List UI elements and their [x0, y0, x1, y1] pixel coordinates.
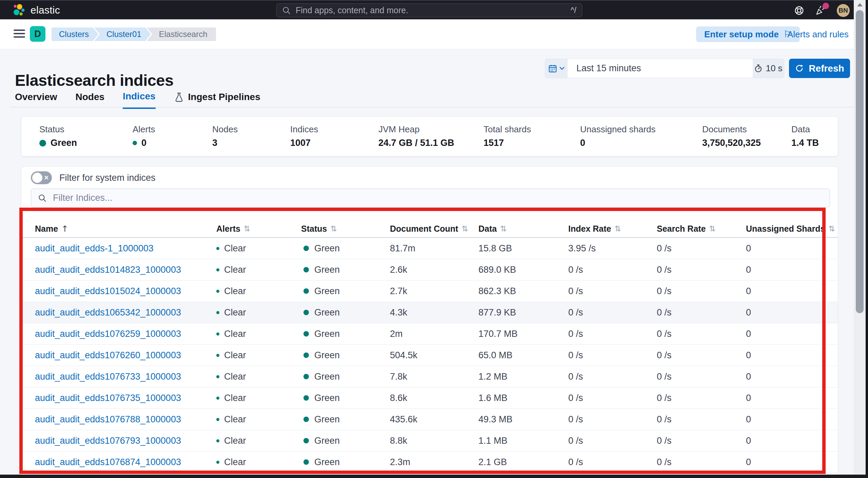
help-icon[interactable] — [794, 5, 804, 16]
column-header-unassigned-shards[interactable]: Unassigned Shards⇅ — [746, 224, 838, 234]
unassigned-shards-cell: 0 — [746, 329, 838, 339]
summary-value-text: 1.4 TB — [791, 138, 819, 148]
unassigned-shards-cell: 0 — [746, 457, 838, 467]
data-size-cell: 1.6 MB — [478, 393, 568, 403]
news-feed-icon[interactable] — [815, 5, 826, 16]
summary-value: 1.4 TB — [791, 138, 819, 148]
health-status-dot-icon — [303, 395, 309, 401]
data-size-cell: 862.3 KB — [478, 286, 568, 297]
index-rate-cell: 0 /s — [568, 457, 657, 467]
table-row: audit_audit_edds1076259_1000003ClearGree… — [21, 323, 838, 345]
data-size-cell: 170.7 MB — [478, 329, 568, 339]
search-rate-cell-value: 0 /s — [657, 329, 672, 339]
global-search[interactable]: ^/ — [276, 3, 582, 17]
health-status-dot-icon — [303, 267, 309, 272]
system-indices-toggle[interactable]: × — [31, 171, 52, 184]
tab-ingest-pipelines[interactable]: Ingest Pipelines — [174, 91, 260, 109]
index-name-link[interactable]: audit_audit_edds1076259_1000003 — [35, 329, 181, 339]
index-name-link[interactable]: audit_audit_edds1014823_1000003 — [35, 265, 181, 275]
summary-value-text: Green — [51, 138, 77, 148]
enter-setup-mode-button[interactable]: Enter setup mode ⚐ — [696, 26, 800, 42]
search-icon — [38, 194, 47, 203]
table-row: audit_audit_edds1076788_1000003ClearGree… — [21, 409, 838, 430]
time-range-value[interactable]: Last 15 minutes — [568, 59, 753, 78]
alert-status-dot-icon — [216, 268, 219, 271]
alerts-cell: Clear — [216, 307, 301, 318]
column-header-alerts[interactable]: Alerts⇅ — [216, 224, 301, 234]
alerts-cell: Clear — [216, 393, 301, 403]
index-name-link[interactable]: audit_audit_edds1076735_1000003 — [35, 393, 181, 403]
scrollbar-up-arrow-icon[interactable] — [857, 3, 863, 6]
global-search-input[interactable] — [295, 5, 567, 16]
index-rate-cell: 0 /s — [568, 414, 657, 425]
sort-icon: ⇅ — [709, 224, 716, 233]
menu-icon[interactable] — [14, 30, 25, 38]
index-name-link[interactable]: audit_audit_edds-1_1000003 — [35, 243, 154, 253]
notification-badge — [823, 3, 829, 9]
data-size-cell-value: 49.3 MB — [478, 414, 513, 424]
filter-indices-search[interactable] — [31, 189, 830, 207]
column-header-document-count[interactable]: Document Count⇅ — [390, 224, 478, 234]
alert-status-dot-icon — [216, 418, 219, 421]
scrollbar-track[interactable] — [854, 0, 866, 478]
unassigned-shards-cell: 0 — [746, 307, 838, 318]
refresh-interval[interactable]: 10 s — [753, 59, 784, 78]
index-name-link[interactable]: audit_audit_edds1015024_1000003 — [35, 286, 181, 296]
alert-status-dot-icon — [216, 311, 219, 314]
health-status-text: Green — [314, 436, 340, 446]
unassigned-shards-cell: 0 — [746, 371, 838, 382]
index-name-cell: audit_audit_edds1014823_1000003 — [35, 265, 216, 275]
index-name-cell: audit_audit_edds1076259_1000003 — [35, 329, 216, 339]
unassigned-shards-cell-value: 0 — [746, 414, 751, 424]
index-rate-cell: 3.95 /s — [568, 243, 657, 254]
index-name-link[interactable]: audit_audit_edds1065342_1000003 — [35, 307, 181, 318]
summary-value: 3,750,520,325 — [702, 138, 761, 148]
tab-nodes[interactable]: Nodes — [76, 91, 105, 109]
elastic-logo-icon — [12, 3, 26, 17]
breadcrumb-clusters[interactable]: Clusters — [52, 27, 98, 41]
column-header-search-rate[interactable]: Search Rate⇅ — [657, 224, 746, 234]
index-name-link[interactable]: audit_audit_edds1076260_1000003 — [35, 350, 181, 360]
data-size-cell-value: 877.9 KB — [478, 307, 516, 318]
elastic-logo[interactable]: elastic — [12, 3, 60, 17]
tab-overview[interactable]: Overview — [15, 91, 57, 109]
scrollbar-thumb[interactable] — [856, 10, 864, 313]
user-avatar[interactable]: BN — [837, 4, 850, 17]
breadcrumb-cluster01[interactable]: Cluster01 — [94, 27, 151, 41]
alert-status-text: Clear — [224, 307, 246, 318]
index-name-link[interactable]: audit_audit_edds1076793_1000003 — [35, 436, 181, 446]
refresh-button[interactable]: Refresh — [789, 59, 850, 78]
index-name-link[interactable]: audit_audit_edds1076788_1000003 — [35, 414, 181, 424]
index-rate-cell-value: 0 /s — [568, 307, 583, 318]
summary-label: Data — [791, 124, 819, 135]
alert-status-dot-icon — [216, 332, 219, 336]
document-count-cell: 2.7k — [390, 286, 478, 297]
filter-indices-input[interactable] — [52, 192, 823, 204]
sort-ascending-icon: ↑ — [61, 224, 68, 234]
health-status-text: Green — [314, 393, 340, 403]
tab-indices[interactable]: Indices — [123, 91, 155, 109]
calendar-menu-button[interactable] — [545, 59, 568, 78]
time-range-picker: Last 15 minutes 10 s — [545, 59, 784, 78]
index-rate-cell: 0 /s — [568, 371, 657, 382]
toggle-off-icon: × — [44, 174, 48, 181]
status-cell: Green — [301, 243, 390, 254]
search-rate-cell-value: 0 /s — [657, 265, 672, 275]
search-rate-cell-value: 0 /s — [657, 457, 672, 467]
breadcrumb-elasticsearch: Elasticsearch — [147, 27, 216, 41]
search-rate-cell: 0 /s — [657, 350, 746, 361]
document-count-cell-value: 81.7m — [390, 243, 415, 253]
health-status-dot-icon — [303, 331, 309, 337]
data-size-cell: 65.0 MB — [478, 350, 568, 361]
index-name-link[interactable]: audit_audit_edds1076733_1000003 — [35, 371, 181, 382]
column-header-data[interactable]: Data⇅ — [478, 224, 568, 234]
alerts-and-rules-dropdown[interactable]: Alerts and rules — [787, 26, 860, 42]
index-name-link[interactable]: audit_audit_edds1076874_1000003 — [35, 457, 181, 467]
space-badge[interactable]: D — [30, 26, 45, 42]
alerts-cell: Clear — [216, 371, 301, 382]
column-header-status[interactable]: Status⇅ — [301, 224, 390, 234]
health-status-text: Green — [314, 307, 340, 318]
column-header-index-rate[interactable]: Index Rate⇅ — [568, 224, 657, 234]
column-header-name[interactable]: Name↑ — [35, 224, 216, 234]
app-window: elastic ^/ BN D Clusters Cluster01 Elast… — [0, 0, 868, 478]
